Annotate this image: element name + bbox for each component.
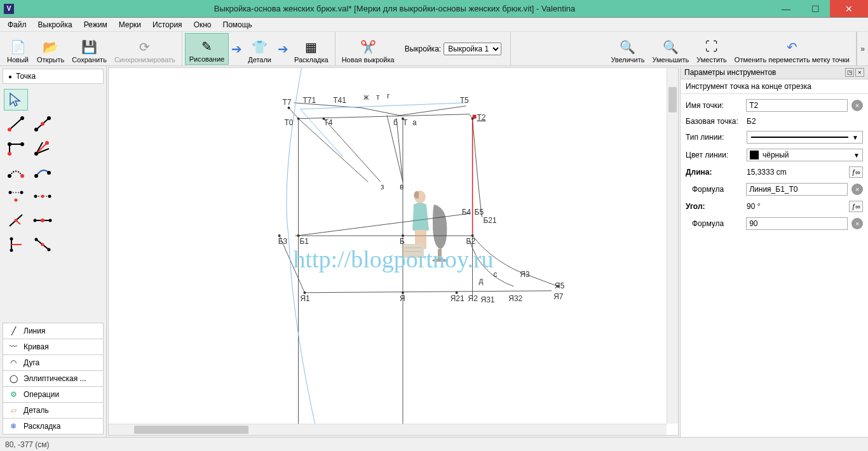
toolbar-overflow[interactable]: »	[857, 32, 868, 65]
length-fx-button[interactable]: ƒ∞	[849, 166, 863, 178]
sync-icon: ⟳	[137, 39, 153, 55]
sync-button[interactable]: ⟳Синхронизировать	[111, 33, 179, 65]
open-icon: 📂	[43, 39, 58, 55]
pattern-dropdown[interactable]: Выкройка 1	[444, 43, 501, 55]
tool-intersect[interactable]	[31, 185, 55, 207]
undo-move-button[interactable]: ↶Отменить переместить метку точки	[731, 33, 853, 65]
tool-line-intersect[interactable]	[31, 210, 55, 231]
clear-name-button[interactable]: ×	[851, 100, 863, 111]
svg-text:Я21: Я21	[451, 294, 465, 303]
drawing-canvas[interactable]: Т7Т71Т41 жтг Т5 Т0Т4 бТа Т2 зв Б4Б5Б21 Б…	[108, 67, 679, 436]
svg-point-17	[34, 174, 38, 178]
ops-icon: ⚙	[8, 390, 18, 399]
maximize-button[interactable]: ☐	[801, 0, 830, 17]
dock-float-button[interactable]: ◳	[845, 68, 854, 77]
new-pattern-button[interactable]: ✂️Новая выкройка	[338, 33, 398, 65]
svg-point-1	[8, 128, 11, 131]
svg-text:Я3: Я3	[520, 270, 530, 279]
save-button[interactable]: 💾Сохранить	[68, 33, 111, 65]
svg-text:Я5: Я5	[555, 281, 565, 290]
tool-shoulder[interactable]	[4, 161, 28, 183]
cat-curve[interactable]: 〰Кривая	[3, 339, 104, 355]
svg-point-4	[34, 128, 38, 131]
svg-line-46	[304, 291, 552, 293]
tool-pointer[interactable]	[4, 89, 28, 111]
menu-window[interactable]: Окно	[189, 19, 217, 30]
length-formula-input[interactable]	[746, 183, 848, 196]
close-button[interactable]: ✕	[830, 0, 868, 17]
clear-length-formula-button[interactable]: ×	[851, 184, 863, 195]
menu-pattern[interactable]: Выкройка	[33, 19, 78, 30]
svg-point-14	[45, 141, 49, 145]
dock-title: Параметры инструментов	[684, 68, 776, 77]
tool-triangle[interactable]	[4, 185, 28, 207]
line-type-dropdown[interactable]: ▼	[747, 131, 863, 144]
new-icon: 📄	[10, 39, 25, 55]
cat-layout[interactable]: ❄Раскладка	[3, 419, 104, 434]
details-mode-button[interactable]: 👕Детали	[244, 33, 275, 65]
svg-text:Я7: Я7	[553, 292, 564, 301]
layout-cat-icon: ❄	[8, 422, 18, 431]
svg-point-106	[432, 259, 447, 262]
dock-close-button[interactable]: ×	[855, 68, 864, 77]
zoom-out-icon: 🔍	[663, 39, 678, 55]
undo-icon: ↶	[784, 39, 799, 55]
svg-point-15	[8, 174, 11, 178]
open-button[interactable]: 📂Открыть	[33, 33, 68, 65]
new-button[interactable]: 📄Новый	[3, 33, 33, 65]
menu-help[interactable]: Помощь	[218, 19, 257, 30]
line-color-dropdown[interactable]: чёрный▼	[747, 149, 863, 161]
line-color-label: Цвет линии:	[686, 151, 743, 159]
zoom-in-button[interactable]: 🔍Увеличить	[607, 33, 648, 65]
tool-contact[interactable]	[31, 161, 55, 183]
zoom-out-button[interactable]: 🔍Уменьшить	[649, 33, 693, 65]
cat-line[interactable]: ╱Линия	[3, 323, 104, 339]
svg-text:Т4: Т4	[323, 118, 332, 127]
vertical-scrollbar[interactable]	[667, 68, 678, 424]
menu-measurements[interactable]: Мерки	[114, 19, 146, 30]
svg-point-7	[8, 152, 11, 156]
cat-elliptical[interactable]: ◯Эллиптическая ...	[3, 371, 104, 387]
angle-fx-button[interactable]: ƒ∞	[849, 201, 863, 212]
layout-mode-button[interactable]: ▦Раскладка	[290, 33, 332, 65]
titlebar: V Выкройка-основа женских брюк.val* [Мер…	[0, 0, 868, 18]
clear-angle-formula-button[interactable]: ×	[851, 218, 863, 229]
main-toolbar: 📄Новый 📂Открыть 💾Сохранить ⟳Синхронизиро…	[0, 32, 868, 66]
tool-name-label: Инструмент точка на конце отрезка	[681, 79, 868, 94]
svg-line-53	[301, 103, 466, 109]
base-point-label: Базовая точка:	[686, 117, 743, 126]
draw-mode-button[interactable]: ✎Рисование	[185, 33, 229, 65]
angle-formula-input[interactable]	[746, 217, 848, 230]
angle-label: Угол:	[686, 202, 743, 211]
statusbar: 80, -377 (см)	[0, 437, 868, 451]
tool-section-point[interactable]: Точка	[3, 69, 104, 84]
minimize-button[interactable]: —	[771, 0, 801, 17]
menu-file[interactable]: Файл	[3, 19, 32, 30]
svg-text:Б1: Б1	[300, 237, 309, 246]
tool-height[interactable]	[4, 210, 28, 231]
tool-axis-intersect[interactable]	[31, 234, 55, 255]
tool-bisector[interactable]	[31, 137, 55, 159]
svg-text:с: с	[493, 270, 497, 279]
menu-mode[interactable]: Режим	[79, 19, 112, 30]
menu-history[interactable]: История	[147, 19, 187, 30]
svg-point-39	[35, 238, 38, 241]
svg-text:а: а	[412, 118, 417, 127]
svg-text:Я2: Я2	[468, 294, 478, 303]
svg-text:т: т	[376, 93, 380, 102]
base-point-value: Б2	[747, 117, 863, 126]
tool-along-line[interactable]	[31, 113, 55, 135]
tool-normal[interactable]	[4, 137, 28, 159]
point-name-input[interactable]	[746, 99, 848, 112]
tool-endline[interactable]	[4, 113, 28, 135]
svg-point-29	[15, 219, 18, 222]
tool-midpoint[interactable]	[4, 234, 28, 255]
cat-operations[interactable]: ⚙Операции	[3, 387, 104, 403]
zoom-in-icon: 🔍	[620, 39, 635, 55]
cat-detail[interactable]: ▱Деталь	[3, 403, 104, 419]
zoom-fit-button[interactable]: ⛶Уместить	[693, 33, 731, 65]
cat-arc[interactable]: ◠Дуга	[3, 355, 104, 371]
horizontal-scrollbar[interactable]	[109, 424, 667, 435]
svg-line-50	[397, 119, 403, 182]
svg-point-37	[10, 249, 13, 252]
